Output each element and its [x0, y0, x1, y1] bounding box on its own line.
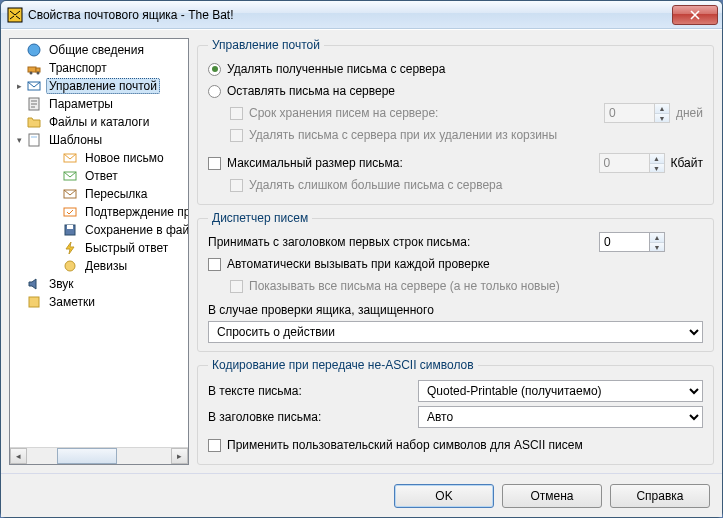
svg-point-5	[37, 72, 40, 75]
chk-max-size[interactable]	[208, 157, 221, 170]
svg-point-1	[28, 44, 40, 56]
tree-item-tmpl-new[interactable]: Новое письмо	[10, 149, 188, 167]
header-lines-label: Принимать с заголовком первых строк пись…	[208, 235, 470, 249]
help-button[interactable]: Справка	[610, 484, 710, 508]
category-tree[interactable]: ▸ Общие сведения ▸ Транспорт ▸ Управлени…	[9, 38, 189, 465]
cancel-button[interactable]: Отмена	[502, 484, 602, 508]
svg-rect-13	[64, 208, 76, 216]
radio-keep-label: Оставлять письма на сервере	[227, 84, 395, 98]
svg-rect-8	[29, 134, 39, 146]
keep-days-label: Срок хранения писем на сервере:	[249, 106, 438, 120]
body-encoding-combo[interactable]: Quoted-Printable (получитаемо)	[418, 380, 703, 402]
chk-auto-call[interactable]	[208, 258, 221, 271]
tree-item-templates[interactable]: ▾ Шаблоны	[10, 131, 188, 149]
sound-icon	[26, 276, 42, 292]
tmpl-new-icon	[62, 150, 78, 166]
tmpl-conf-icon	[62, 204, 78, 220]
tmpl-save-icon	[62, 222, 78, 238]
params-icon	[26, 96, 42, 112]
svg-rect-9	[31, 136, 37, 138]
body-encoding-label: В тексте письма:	[208, 384, 408, 398]
tree-item-general[interactable]: ▸ Общие сведения	[10, 41, 188, 59]
header-encoding-label: В заголовке письма:	[208, 410, 408, 424]
radio-row-keep[interactable]: Оставлять письма на сервере	[208, 80, 703, 102]
auto-call-label: Автоматически вызывать при каждой провер…	[227, 257, 490, 271]
tree-item-tmpl-save[interactable]: Сохранение в файл	[10, 221, 188, 239]
chk-custom-charset[interactable]	[208, 439, 221, 452]
tree-horizontal-scrollbar[interactable]: ◂ ▸	[10, 447, 188, 464]
scroll-track[interactable]	[27, 448, 171, 464]
max-size-unit: Кбайт	[671, 156, 703, 170]
group-dispatcher-legend: Диспетчер писем	[208, 211, 312, 225]
tree-item-files[interactable]: ▸ Файлы и каталоги	[10, 113, 188, 131]
protected-label: В случае проверки ящика, защищенного	[208, 303, 434, 317]
group-mail-legend: Управление почтой	[208, 38, 324, 52]
notes-icon	[26, 294, 42, 310]
content-panel: Управление почтой Удалять полученные пис…	[197, 38, 714, 465]
row-header-encoding: В заголовке письма: Авто	[208, 404, 703, 430]
tree-item-manage[interactable]: ▸ Управление почтой	[10, 77, 188, 95]
tree-item-params[interactable]: ▸ Параметры	[10, 95, 188, 113]
tree-item-notes[interactable]: ▸ Заметки	[10, 293, 188, 311]
row-header-lines: Принимать с заголовком первых строк пись…	[208, 231, 703, 253]
row-body-encoding: В тексте письма: Quoted-Printable (получ…	[208, 378, 703, 404]
tmpl-reply-icon	[62, 168, 78, 184]
dialog-window: Свойства почтового ящика - The Bat! ▸ Об…	[0, 0, 723, 518]
show-all-label: Показывать все письма на сервере (а не т…	[249, 279, 560, 293]
max-size-value	[599, 153, 649, 173]
group-encoding-legend: Кодирование при передаче не-ASCII символ…	[208, 358, 478, 372]
tmpl-quick-icon	[62, 240, 78, 256]
row-max-size[interactable]: Максимальный размер письма: ▲▼ Кбайт	[208, 152, 703, 174]
radio-row-delete[interactable]: Удалять полученные письма с сервера	[208, 58, 703, 80]
row-custom-charset[interactable]: Применить пользовательский набор символо…	[208, 434, 703, 456]
spinner-buttons[interactable]: ▲▼	[649, 232, 665, 252]
ok-button[interactable]: OK	[394, 484, 494, 508]
header-encoding-combo[interactable]: Авто	[418, 406, 703, 428]
window-title: Свойства почтового ящика - The Bat!	[28, 8, 672, 22]
manage-icon	[26, 78, 42, 94]
svg-rect-17	[29, 297, 39, 307]
templates-icon	[26, 132, 42, 148]
keep-days-value	[604, 103, 654, 123]
tree-item-tmpl-quick[interactable]: Быстрый ответ	[10, 239, 188, 257]
tree-item-tmpl-fwd[interactable]: Пересылка	[10, 185, 188, 203]
chk-keep-days	[230, 107, 243, 120]
general-icon	[26, 42, 42, 58]
tree-item-transport[interactable]: ▸ Транспорт	[10, 59, 188, 77]
tree-item-sound[interactable]: ▸ Звук	[10, 275, 188, 293]
svg-point-4	[30, 72, 33, 75]
radio-keep[interactable]	[208, 85, 221, 98]
tmpl-mot-icon	[62, 258, 78, 274]
header-lines-value[interactable]	[599, 232, 649, 252]
row-auto-call[interactable]: Автоматически вызывать при каждой провер…	[208, 253, 703, 275]
chk-delete-on-trash	[230, 129, 243, 142]
group-mail-management: Управление почтой Удалять полученные пис…	[197, 38, 714, 205]
del-too-big-label: Удалять слишком большие письма с сервера	[249, 178, 502, 192]
chk-del-too-big	[230, 179, 243, 192]
scroll-thumb[interactable]	[57, 448, 117, 464]
group-encoding: Кодирование при передаче не-ASCII символ…	[197, 358, 714, 465]
tmpl-fwd-icon	[62, 186, 78, 202]
radio-delete[interactable]	[208, 63, 221, 76]
scroll-left-arrow[interactable]: ◂	[10, 448, 27, 464]
scroll-right-arrow[interactable]: ▸	[171, 448, 188, 464]
tree-item-tmpl-mot[interactable]: Девизы	[10, 257, 188, 275]
custom-charset-label: Применить пользовательский набор символо…	[227, 438, 583, 452]
svg-rect-2	[28, 67, 36, 72]
dialog-footer: OK Отмена Справка	[1, 473, 722, 517]
protected-combo[interactable]: Спросить о действии	[208, 321, 703, 343]
close-button[interactable]	[672, 5, 718, 25]
dialog-body: ▸ Общие сведения ▸ Транспорт ▸ Управлени…	[1, 29, 722, 473]
delete-on-trash-label: Удалять письма с сервера при их удалении…	[249, 128, 557, 142]
keep-days-spinner: ▲▼	[604, 103, 670, 123]
titlebar[interactable]: Свойства почтового ящика - The Bat!	[1, 1, 722, 29]
chk-show-all	[230, 280, 243, 293]
header-lines-spinner[interactable]: ▲▼	[599, 232, 665, 252]
svg-rect-15	[67, 225, 73, 229]
files-icon	[26, 114, 42, 130]
tree-item-tmpl-reply[interactable]: Ответ	[10, 167, 188, 185]
max-size-spinner: ▲▼	[599, 153, 665, 173]
transport-icon	[26, 60, 42, 76]
radio-delete-label: Удалять полученные письма с сервера	[227, 62, 445, 76]
tree-item-tmpl-conf[interactable]: Подтверждение прочтения	[10, 203, 188, 221]
